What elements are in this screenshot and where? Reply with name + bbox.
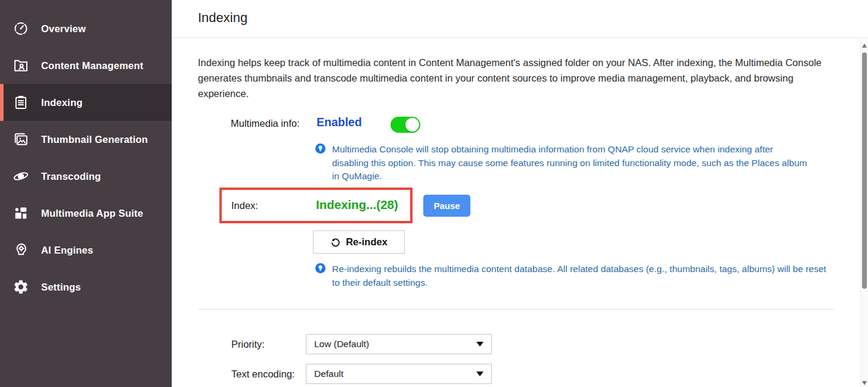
multimedia-info-toggle[interactable] <box>390 117 420 133</box>
ai-head-icon <box>13 242 29 258</box>
sidebar-item-ai-engines[interactable]: AI Engines <box>0 232 172 269</box>
sidebar-item-label: Settings <box>41 282 81 293</box>
multimedia-info-label: Multimedia info: <box>231 118 300 129</box>
page-title: Indexing <box>198 10 247 26</box>
sidebar-item-label: AI Engines <box>41 245 93 256</box>
refresh-icon <box>330 237 340 247</box>
scroll-up-icon[interactable] <box>862 43 867 48</box>
sidebar: OverviewContent ManagementIndexingThumbn… <box>0 0 172 387</box>
page-header: Indexing <box>172 0 868 38</box>
sidebar-item-thumbnail-generation[interactable]: Thumbnail Generation <box>0 121 172 158</box>
section-divider <box>198 309 835 310</box>
indexing-description: Indexing helps keep track of multimedia … <box>198 55 836 101</box>
sidebar-item-settings[interactable]: Settings <box>0 269 172 305</box>
scrollbar-thumb[interactable] <box>862 52 867 289</box>
sidebar-item-label: Content Management <box>41 60 143 71</box>
lightbulb-icon <box>315 143 326 154</box>
index-label: Index: <box>231 200 258 211</box>
grid-icon <box>13 205 29 221</box>
clipboard-icon <box>13 94 29 111</box>
chevron-down-icon <box>476 342 483 347</box>
lightbulb-icon <box>315 263 326 273</box>
sidebar-item-content-management[interactable]: Content Management <box>0 47 172 84</box>
index-status: Indexing...(28) <box>316 198 398 212</box>
sidebar-item-label: Multimedia App Suite <box>41 208 143 219</box>
sidebar-item-label: Thumbnail Generation <box>41 134 148 145</box>
reindex-button[interactable]: Re-index <box>313 230 405 254</box>
sidebar-item-indexing[interactable]: Indexing <box>0 84 172 121</box>
gauge-icon <box>13 20 29 37</box>
sidebar-item-label: Transcoding <box>41 171 101 182</box>
text-encoding-label: Text encoding: <box>231 369 294 380</box>
vertical-scrollbar[interactable] <box>860 39 868 387</box>
sidebar-item-transcoding[interactable]: Transcoding <box>0 158 172 195</box>
reindex-label: Re-index <box>346 236 388 248</box>
folder-search-icon <box>13 57 29 74</box>
priority-label: Priority: <box>231 339 265 350</box>
chevron-down-icon <box>476 372 483 376</box>
toggle-knob-icon <box>405 118 419 132</box>
reindex-hint: Re-indexing rebuilds the multimedia cont… <box>332 263 827 289</box>
scroll-down-icon[interactable] <box>862 381 867 385</box>
text-encoding-dropdown[interactable]: Default <box>306 364 492 384</box>
sidebar-item-multimedia-app-suite[interactable]: Multimedia App Suite <box>0 195 172 232</box>
priority-value: Low (Default) <box>314 339 476 349</box>
sidebar-item-label: Indexing <box>41 97 82 108</box>
photos-icon <box>13 131 29 148</box>
multimedia-info-hint: Multimedia Console will stop obtaining m… <box>332 143 809 183</box>
active-indicator <box>0 84 4 121</box>
multimedia-info-status: Enabled <box>317 116 362 129</box>
priority-dropdown[interactable]: Low (Default) <box>306 334 492 354</box>
sidebar-item-label: Overview <box>41 23 86 35</box>
gear-icon <box>13 279 29 295</box>
text-encoding-value: Default <box>314 369 476 379</box>
sidebar-item-overview[interactable]: Overview <box>0 10 172 47</box>
transcode-icon <box>13 168 29 185</box>
pause-button[interactable]: Pause <box>423 195 470 217</box>
